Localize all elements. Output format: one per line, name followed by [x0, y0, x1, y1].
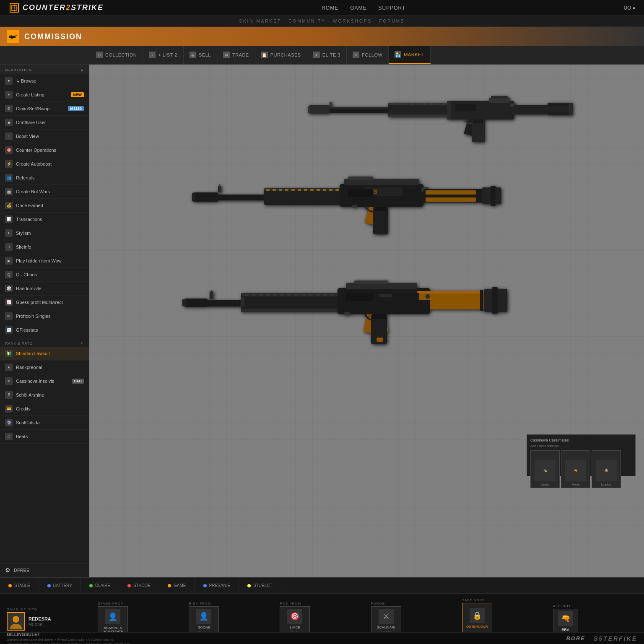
sidebar-shindan[interactable]: 🔰 Shindan Lawsuit	[0, 347, 89, 361]
sidebar-dfree[interactable]: ⚙ DFREE	[0, 563, 89, 577]
sidebar-rankpreonal[interactable]: ★ Rankpreonal	[0, 361, 89, 374]
sidebar-bot-wars[interactable]: 🤖 Create Bot Wars	[0, 185, 89, 199]
player-info: REDESRA M1 Cost	[29, 616, 51, 626]
bottom-tab-claire[interactable]: CLAIRE	[81, 578, 119, 593]
svg-rect-111	[430, 300, 484, 309]
footer-sub1: Gamers share same Sof Server • IP And Co…	[7, 638, 130, 641]
very-bottom: BILLINGSULET Gamers share same Sof Serve…	[0, 632, 644, 644]
tab-market[interactable]: 🏪 MARKET	[389, 46, 431, 64]
bs7-card[interactable]: 🔫 ERA	[553, 609, 578, 634]
bs3-icon: 👤	[196, 609, 211, 624]
weapon-info-panel: Cassinova Cassimates Ace Flame Infinitys…	[527, 434, 636, 476]
svg-rect-20	[418, 103, 420, 105]
presanie-dot	[203, 584, 207, 587]
stable-label: STABLE	[14, 583, 30, 588]
stvcoe-label: STVCOE	[133, 583, 151, 588]
purchases-icon: 📋	[261, 52, 268, 58]
section-header: COMMISSION	[0, 27, 644, 46]
sidebar-credits[interactable]: 💳 Credits	[0, 402, 89, 416]
thumb-icon-3: 📦	[596, 460, 617, 481]
sidebar-schol[interactable]: 🎖 Schöl Arshine	[0, 388, 89, 402]
nav-home[interactable]: HOME	[322, 5, 338, 11]
bottom-section-5: FORGE ⚔ SCMUNARI M1 305	[371, 602, 455, 636]
tab-follow[interactable]: 👁 FOLLOW	[347, 46, 389, 64]
svg-rect-94	[323, 294, 327, 296]
svg-rect-110	[417, 291, 484, 293]
bottom-tab-stuelct[interactable]: STUELCT	[239, 578, 281, 593]
sidebar-craftflare[interactable]: ◆ Craftflare User	[0, 116, 89, 130]
tab-purchases[interactable]: 📋 PURCHASES	[255, 46, 307, 64]
svg-rect-117	[354, 280, 388, 284]
user-info[interactable]: ÜO ●	[623, 5, 636, 11]
bs3-card[interactable]: 👤 GOONE Flaming	[189, 606, 219, 636]
sidebar-beats[interactable]: □ Beats	[0, 430, 89, 444]
nav-game[interactable]: GAME	[350, 5, 366, 11]
collection-icon: ⚙	[96, 52, 103, 58]
svg-rect-7	[11, 37, 13, 39]
svg-rect-50	[285, 189, 288, 191]
sidebar-create-listing[interactable]: + Create Listing NEW	[0, 88, 89, 102]
sidebar-claim-sell[interactable]: ⚙ Claim/Sell/Swap M3180	[0, 102, 89, 116]
claim-icon: ⚙	[5, 105, 13, 112]
svg-rect-53	[304, 189, 307, 191]
svg-rect-48	[273, 189, 276, 191]
sidebar-q-chaos[interactable]: Q Q - Chaos	[0, 268, 89, 282]
svg-rect-74	[491, 186, 496, 206]
tab-trade[interactable]: ⇄ TRADE	[217, 46, 255, 64]
presanie-label: PRESANIE	[209, 583, 231, 588]
nav-support[interactable]: SUPPORT	[378, 5, 405, 11]
svg-rect-91	[301, 294, 306, 296]
sidebar-proftcoin[interactable]: ✏ Proftcoin Singles	[0, 309, 89, 323]
bottom-tab-game[interactable]: GAME	[159, 578, 195, 593]
sidebar-boost-view[interactable]: ↑ Boost View	[0, 130, 89, 143]
bottom-section-3: RISK FROM 👤 GOONE Flaming	[189, 602, 273, 636]
bottom-tabs: STABLE BATTERY CLAIRE STVCOE GAME PRESAN…	[0, 578, 644, 594]
panel-thumb-1[interactable]: 🎭 Variant	[530, 450, 560, 488]
sidebar-cassinova[interactable]: ⚜ Cassinova Insolvis DFB	[0, 374, 89, 388]
sidebar-referrals[interactable]: 👥 Referrals	[0, 171, 89, 185]
top-nav-right: ÜO ●	[623, 5, 636, 11]
weapon-row-3	[98, 257, 636, 354]
sidebar-randomville[interactable]: 🎲 Randomville	[0, 282, 89, 296]
bs3-label: RISK FROM	[189, 602, 273, 605]
panel-title: Cassinova Cassimates	[530, 438, 632, 442]
tab-elite[interactable]: ★ ELITE 3	[307, 46, 347, 64]
sidebar-section2: RANK & RATE ▼	[0, 337, 89, 347]
bottom-tab-stable[interactable]: STABLE	[0, 578, 39, 593]
tab-sell[interactable]: ◈ SELL	[184, 46, 217, 64]
svg-rect-18	[405, 103, 408, 105]
sidebar-gflesstats[interactable]: 📉 GFlesstats	[0, 323, 89, 337]
svg-rect-85	[259, 294, 263, 296]
bottom-tab-battery[interactable]: BATTERY	[39, 578, 81, 593]
bottom-tab-presanie[interactable]: PRESANIE	[195, 578, 239, 593]
panel-thumb-3[interactable]: 📦 Loadout	[592, 450, 621, 488]
thumb-icon-2: 🔫	[565, 460, 586, 481]
sidebar-soulcritsda[interactable]: 🔮 SoulCritsda	[0, 416, 89, 430]
svg-rect-72	[426, 197, 476, 202]
bottom-tab-stvcoe[interactable]: STVCOE	[119, 578, 159, 593]
sidebar-autoboost[interactable]: ⚡ Create Autoboost	[0, 157, 89, 171]
sidebar-play-hidden[interactable]: ▶ Play hidden item Wow	[0, 254, 89, 268]
sidebar-counter-ops[interactable]: 🎯 Counter Operations	[0, 143, 89, 157]
tab-list[interactable]: + + LIST 2	[143, 46, 184, 64]
bs4-card[interactable]: 🎯 LIMCE Health	[280, 606, 310, 636]
bs6-card[interactable]: 🔒 OUTERCOUR	[462, 603, 492, 633]
bs5-card[interactable]: ⚔ SCMUNARI M1 305	[371, 606, 401, 636]
sidebar-browse[interactable]: ▼ ↳ Browse	[0, 74, 89, 88]
sidebar-stylism[interactable]: ✦ Stylism	[0, 226, 89, 240]
sidebar-guess-profit[interactable]: 📈 Guess profit Multiwrect	[0, 296, 89, 309]
sidebar-once-earned[interactable]: 💰 Once Earned	[0, 199, 89, 213]
sidebar-siteinfo[interactable]: ℹ Siteinfo	[0, 240, 89, 254]
boost-icon: ↑	[5, 132, 13, 140]
player-avatar[interactable]	[7, 612, 25, 631]
bottom-label-friend: GAME INT INTO	[7, 608, 91, 611]
tab-collection[interactable]: ⚙ COLLECTION	[90, 46, 143, 64]
panel-subtitle: Ace Flame Infinitys	[530, 444, 632, 448]
sidebar-transactions[interactable]: 📊 Transactions	[0, 213, 89, 226]
bot-wars-icon: 🤖	[5, 188, 13, 195]
sidebar-section-nav: NAVIGATION ▶	[0, 65, 89, 74]
proftcoin-icon: ✏	[5, 312, 13, 320]
panel-thumb-2[interactable]: 🔫 Model	[561, 450, 590, 488]
bs2-label: STAGE FROM	[98, 602, 182, 605]
svg-rect-107	[377, 338, 383, 342]
